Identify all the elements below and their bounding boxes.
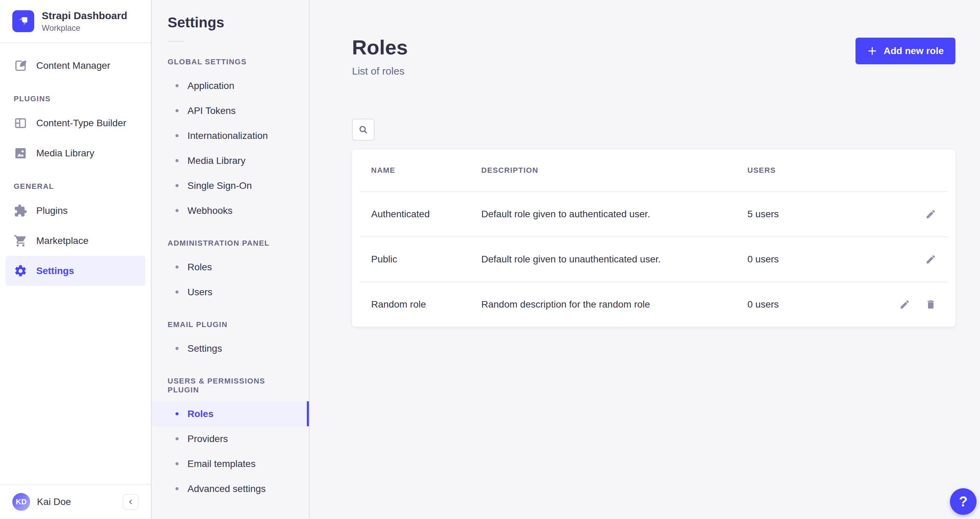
main-nav-list: Content Manager PLUGINS Content-Type Bui… — [0, 43, 151, 293]
nav-section-general: GENERAL — [5, 182, 145, 191]
settings-nav-item-advanced-settings[interactable]: Advanced settings — [151, 476, 309, 501]
chevron-left-icon — [127, 498, 134, 506]
brand-title: Strapi Dashboard — [42, 10, 127, 22]
settings-nav-item-providers[interactable]: Providers — [151, 426, 309, 451]
collapse-sidebar-button[interactable] — [123, 494, 138, 510]
bullet-icon — [175, 184, 178, 187]
roles-table: NAME DESCRIPTION USERS Authenticated Def… — [352, 150, 955, 327]
settings-nav-item-label: Settings — [188, 343, 222, 354]
nav-item-marketplace[interactable]: Marketplace — [5, 226, 145, 256]
main-sidebar: Strapi Dashboard Workplace Content Manag… — [0, 0, 151, 519]
bullet-icon — [175, 209, 178, 212]
settings-nav-title: Settings — [151, 14, 309, 31]
settings-nav-item-label: Application — [188, 80, 234, 91]
strapi-logo-icon — [17, 15, 30, 28]
help-button[interactable]: ? — [950, 488, 977, 515]
delete-icon — [925, 299, 936, 310]
strapi-logo — [12, 10, 34, 32]
bullet-icon — [175, 437, 178, 440]
settings-icon — [14, 264, 27, 278]
delete-role-button[interactable] — [925, 299, 936, 310]
bullet-icon — [175, 266, 178, 269]
nav-item-content-type-builder[interactable]: Content-Type Builder — [5, 108, 145, 138]
avatar[interactable]: KD — [12, 493, 30, 511]
toolbar — [310, 119, 980, 141]
column-header-description: DESCRIPTION — [481, 166, 748, 175]
plus-icon — [867, 46, 877, 56]
add-new-role-label: Add new role — [883, 46, 944, 56]
content-type-builder-icon — [14, 116, 27, 130]
settings-nav-item-label: API Tokens — [188, 105, 235, 116]
bullet-icon — [175, 487, 178, 490]
nav-section-plugins: PLUGINS — [5, 94, 145, 103]
section-email-plugin: EMAIL PLUGIN — [168, 320, 293, 329]
settings-nav-divider — [168, 41, 184, 42]
settings-nav-item-label: Media Library — [188, 155, 246, 166]
workplace-header[interactable]: Strapi Dashboard Workplace — [0, 0, 151, 43]
bullet-icon — [175, 462, 178, 465]
search-button[interactable] — [352, 119, 375, 141]
nav-item-settings[interactable]: Settings — [5, 256, 145, 286]
nav-item-label: Settings — [36, 266, 74, 277]
role-users-count: 0 users — [748, 254, 925, 265]
add-new-role-button[interactable]: Add new role — [856, 38, 955, 64]
role-name: Authenticated — [371, 209, 481, 220]
edit-role-button[interactable] — [925, 254, 936, 265]
user-area: KD Kai Doe — [0, 484, 151, 519]
nav-item-media-library[interactable]: Media Library — [5, 138, 145, 168]
settings-nav-item-media-library[interactable]: Media Library — [151, 148, 309, 173]
nav-item-label: Marketplace — [36, 236, 89, 246]
column-header-name: NAME — [371, 166, 481, 175]
role-name: Random role — [371, 299, 481, 310]
nav-item-plugins[interactable]: Plugins — [5, 196, 145, 226]
settings-nav-item-up-roles[interactable]: Roles — [151, 401, 309, 426]
settings-nav-item-application[interactable]: Application — [151, 73, 309, 98]
role-name: Public — [371, 254, 481, 265]
settings-nav-item-api-tokens[interactable]: API Tokens — [151, 98, 309, 123]
settings-nav-item-admin-users[interactable]: Users — [151, 280, 309, 304]
nav-item-label: Plugins — [36, 205, 68, 216]
settings-nav-item-label: Single Sign-On — [188, 180, 252, 191]
table-row[interactable]: Random role Random description for the r… — [352, 282, 955, 327]
bullet-icon — [175, 412, 178, 416]
page-title: Roles — [352, 36, 408, 59]
settings-nav-item-email-settings[interactable]: Settings — [151, 336, 309, 361]
plugins-icon — [14, 204, 27, 218]
section-global-settings: GLOBAL SETTINGS — [168, 57, 293, 66]
column-header-users: USERS — [748, 166, 936, 175]
table-row[interactable]: Authenticated Default role given to auth… — [352, 192, 955, 236]
table-row[interactable]: Public Default role given to unauthentic… — [352, 237, 955, 282]
settings-nav-item-label: Providers — [188, 433, 228, 444]
settings-nav-item-label: Email templates — [188, 459, 256, 470]
settings-nav-item-single-sign-on[interactable]: Single Sign-On — [151, 173, 309, 198]
role-users-count: 0 users — [748, 299, 899, 310]
content-header: Roles List of roles Add new role — [310, 0, 980, 77]
nav-item-label: Content Manager — [36, 60, 110, 71]
settings-nav-item-label: Roles — [188, 409, 213, 419]
search-icon — [358, 124, 368, 135]
settings-nav-item-email-templates[interactable]: Email templates — [151, 451, 309, 476]
settings-nav-item-label: Roles — [188, 262, 212, 273]
bullet-icon — [175, 84, 178, 87]
bullet-icon — [175, 109, 178, 112]
role-description: Default role given to unauthenticated us… — [481, 254, 748, 265]
section-administration-panel: ADMINISTRATION PANEL — [168, 239, 293, 248]
edit-role-button[interactable] — [899, 299, 910, 310]
bullet-icon — [175, 159, 178, 162]
edit-role-button[interactable] — [925, 209, 936, 220]
marketplace-icon — [14, 234, 27, 248]
settings-nav-item-admin-roles[interactable]: Roles — [151, 255, 309, 280]
settings-nav-item-internationalization[interactable]: Internationalization — [151, 123, 309, 148]
content-manager-icon — [14, 59, 27, 73]
settings-nav-item-label: Webhooks — [188, 205, 232, 216]
settings-nav-item-label: Internationalization — [188, 131, 268, 141]
settings-nav-item-label: Users — [188, 287, 212, 298]
role-users-count: 5 users — [748, 209, 925, 220]
media-library-icon — [14, 146, 27, 160]
nav-item-content-manager[interactable]: Content Manager — [5, 51, 145, 81]
bullet-icon — [175, 134, 178, 137]
brand-subtitle: Workplace — [42, 23, 127, 33]
settings-nav-item-webhooks[interactable]: Webhooks — [151, 198, 309, 223]
bullet-icon — [175, 290, 178, 293]
edit-icon — [925, 254, 936, 265]
